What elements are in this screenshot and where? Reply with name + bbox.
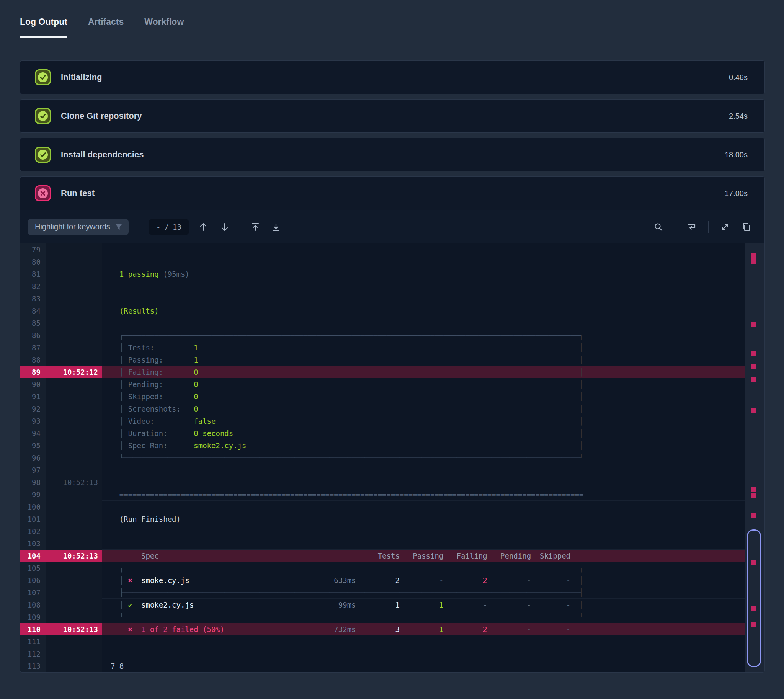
- log-line-number[interactable]: 113: [20, 660, 46, 672]
- expand-log-button[interactable]: [720, 222, 730, 232]
- log-line-number[interactable]: 105: [20, 562, 46, 574]
- log-line-number[interactable]: 85: [20, 317, 46, 329]
- log-segment: │: [579, 576, 583, 585]
- log-line-timestamp: [46, 378, 102, 391]
- log-line-number[interactable]: 94: [20, 427, 46, 439]
- log-line-timestamp: [46, 648, 102, 660]
- wrap-text-icon: [687, 222, 697, 232]
- log-line-number[interactable]: 97: [20, 464, 46, 476]
- log-segment: │: [579, 601, 583, 609]
- log-line-number[interactable]: 103: [20, 537, 46, 550]
- log-line-number[interactable]: 81: [20, 268, 46, 280]
- log-segment: Screenshots:: [128, 405, 181, 413]
- log-line-number[interactable]: 89: [20, 366, 46, 378]
- log-segment: ┘: [579, 613, 583, 621]
- log-segment: │: [579, 343, 583, 352]
- log-segment: Tests:: [128, 343, 155, 352]
- log-line-number[interactable]: 102: [20, 525, 46, 537]
- log-line-number[interactable]: 90: [20, 378, 46, 391]
- log-line-timestamp: [46, 599, 102, 611]
- log-segment: ────────────────────────────────────────…: [124, 564, 579, 572]
- scrollbar-thumb[interactable]: [747, 529, 761, 667]
- success-check-icon: [35, 147, 51, 163]
- match-total: 13: [172, 223, 181, 231]
- log-line-number[interactable]: 84: [20, 305, 46, 317]
- log-segment: ┌: [119, 331, 124, 340]
- step-header[interactable]: Initializing 0.46s: [20, 61, 764, 94]
- step-header[interactable]: Clone Git repository 2.54s: [20, 99, 764, 133]
- steps-list: Initializing 0.46s Clone Git repository …: [20, 60, 765, 672]
- log-segment: 0: [194, 393, 198, 401]
- log-line-103: 103: [20, 537, 744, 550]
- log-line-number[interactable]: 108: [20, 599, 46, 611]
- log-line-timestamp: [46, 489, 102, 501]
- log-line-number[interactable]: 99: [20, 489, 46, 501]
- log-segment: 1: [439, 601, 443, 609]
- log-segment: Passing: [413, 552, 443, 560]
- log-line-number[interactable]: 96: [20, 452, 46, 464]
- log-line-number[interactable]: 106: [20, 574, 46, 586]
- log-line-number[interactable]: 98: [20, 476, 46, 489]
- log-line-number[interactable]: 86: [20, 329, 46, 341]
- copy-log-button[interactable]: [741, 222, 751, 232]
- log-segment: -: [483, 601, 487, 609]
- log-line-101: 101 (Run Finished): [20, 513, 744, 525]
- log-line-timestamp: [46, 452, 102, 464]
- log-line-number[interactable]: 110: [20, 623, 46, 636]
- log-line-number[interactable]: 91: [20, 391, 46, 403]
- log-line-number[interactable]: 82: [20, 280, 46, 292]
- log-line-content: │ Video: false │: [102, 415, 744, 427]
- step-duration: 17.00s: [725, 189, 748, 198]
- log-segment: Pending:: [128, 380, 164, 389]
- failure-x-icon: [35, 185, 51, 201]
- log-line-number[interactable]: 107: [20, 586, 46, 599]
- tab-log-output[interactable]: Log Output: [20, 17, 67, 38]
- log-line-number[interactable]: 112: [20, 648, 46, 660]
- search-button[interactable]: [653, 222, 663, 232]
- log-line-number[interactable]: 101: [20, 513, 46, 525]
- to-bottom-icon: [271, 222, 281, 232]
- log-segment: smoke2.cy.js: [141, 601, 194, 609]
- log-line-94: 94 │ Duration: 0 seconds │: [20, 427, 744, 439]
- log-line-content: ========================================…: [102, 489, 744, 501]
- log-line-number[interactable]: 88: [20, 354, 46, 366]
- tab-artifacts[interactable]: Artifacts: [88, 17, 124, 38]
- log-segment: false: [194, 417, 215, 425]
- log-line-number[interactable]: 95: [20, 439, 46, 452]
- tab-workflow[interactable]: Workflow: [144, 17, 184, 38]
- log-line-number[interactable]: 80: [20, 256, 46, 268]
- log-line-number[interactable]: 93: [20, 415, 46, 427]
- previous-match-button[interactable]: [198, 222, 209, 232]
- log-line-timestamp: [46, 562, 102, 574]
- log-line-number[interactable]: 87: [20, 341, 46, 354]
- scroll-to-bottom-button[interactable]: [271, 222, 281, 232]
- log-segment: └: [119, 613, 124, 621]
- log-line-number[interactable]: 111: [20, 636, 46, 648]
- log-segment: 3: [395, 625, 399, 634]
- step-header[interactable]: Install dependencies 18.00s: [20, 138, 764, 171]
- log-line-number[interactable]: 109: [20, 611, 46, 623]
- log-segment: -: [566, 625, 570, 634]
- tab-bar: Log Output Artifacts Workflow: [0, 0, 784, 38]
- log-line-102: 102: [20, 525, 744, 537]
- log-segment: Passing:: [128, 356, 164, 364]
- keyword-filter-input[interactable]: Highlight for keywords: [28, 219, 129, 235]
- log-line-number[interactable]: 100: [20, 501, 46, 513]
- log-line-content: [102, 256, 744, 268]
- log-line-content: │ Failing: 0 │: [102, 366, 744, 378]
- next-match-button[interactable]: [219, 222, 230, 232]
- scroll-to-top-button[interactable]: [250, 222, 260, 232]
- log-scrollbar-minimap[interactable]: [744, 243, 764, 672]
- wrap-lines-button[interactable]: [687, 222, 697, 232]
- log-line-number[interactable]: 79: [20, 243, 46, 256]
- log-segment: Video:: [128, 417, 155, 425]
- log-segment: │: [119, 441, 124, 450]
- log-line-91: 91 │ Skipped: 0 │: [20, 391, 744, 403]
- log-line-number[interactable]: 83: [20, 292, 46, 305]
- log-line-timestamp: [46, 280, 102, 292]
- log-line-number[interactable]: 92: [20, 403, 46, 415]
- log-segment: │: [119, 429, 124, 437]
- log-toolbar: Highlight for keywords - / 13: [20, 210, 764, 243]
- step-header[interactable]: Run test 17.00s: [20, 177, 764, 210]
- log-line-number[interactable]: 104: [20, 550, 46, 562]
